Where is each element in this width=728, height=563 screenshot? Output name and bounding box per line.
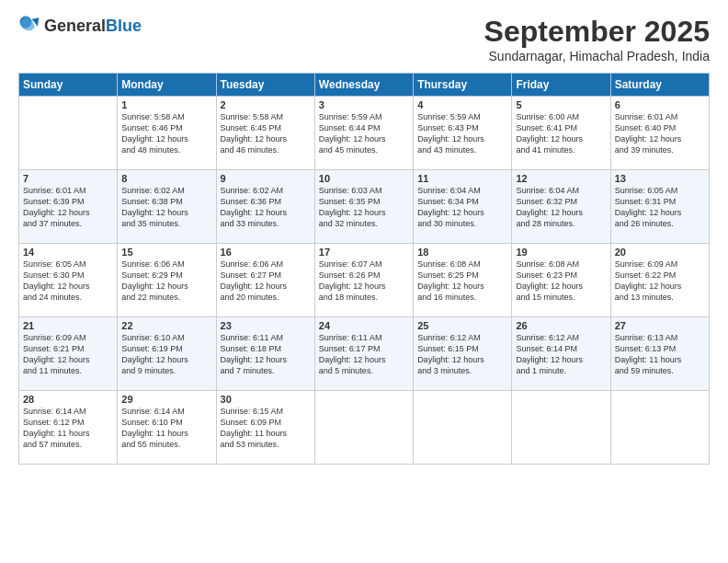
calendar-cell: 6Sunrise: 6:01 AM Sunset: 6:40 PM Daylig… [610, 97, 709, 170]
col-monday: Monday [118, 74, 216, 97]
day-info: Sunrise: 6:12 AM Sunset: 6:15 PM Dayligh… [417, 332, 507, 377]
day-number: 14 [23, 247, 113, 258]
day-number: 20 [615, 247, 705, 258]
location-subtitle: Sundarnagar, Himachal Pradesh, India [484, 49, 710, 63]
calendar-cell: 20Sunrise: 6:09 AM Sunset: 6:22 PM Dayli… [610, 244, 709, 317]
calendar-week-5: 28Sunrise: 6:14 AM Sunset: 6:12 PM Dayli… [19, 391, 710, 465]
day-number: 25 [417, 320, 507, 331]
day-number: 15 [121, 247, 211, 258]
title-area: September 2025 Sundarnagar, Himachal Pra… [484, 15, 710, 63]
month-title: September 2025 [484, 15, 710, 49]
day-number: 1 [121, 99, 211, 110]
calendar-cell [19, 97, 118, 170]
col-thursday: Thursday [414, 74, 512, 97]
day-number: 23 [221, 320, 311, 331]
day-info: Sunrise: 6:11 AM Sunset: 6:17 PM Dayligh… [319, 332, 409, 377]
calendar-cell: 28Sunrise: 6:14 AM Sunset: 6:12 PM Dayli… [19, 391, 118, 465]
logo-blue: Blue [106, 17, 142, 35]
col-sunday: Sunday [19, 74, 118, 97]
calendar-cell: 8Sunrise: 6:02 AM Sunset: 6:38 PM Daylig… [118, 170, 216, 244]
day-info: Sunrise: 5:58 AM Sunset: 6:45 PM Dayligh… [221, 111, 311, 156]
calendar-cell: 27Sunrise: 6:13 AM Sunset: 6:13 PM Dayli… [610, 317, 709, 391]
calendar-cell [414, 391, 512, 465]
calendar-cell [314, 391, 413, 465]
calendar-page: GeneralBlue September 2025 Sundarnagar, … [0, 0, 728, 563]
day-info: Sunrise: 6:05 AM Sunset: 6:31 PM Dayligh… [615, 185, 705, 230]
calendar-cell: 17Sunrise: 6:07 AM Sunset: 6:26 PM Dayli… [314, 244, 413, 317]
calendar-week-4: 21Sunrise: 6:09 AM Sunset: 6:21 PM Dayli… [19, 317, 710, 391]
day-number: 18 [417, 247, 507, 258]
logo-icon [18, 15, 40, 37]
day-number: 24 [319, 320, 409, 331]
day-info: Sunrise: 6:15 AM Sunset: 6:09 PM Dayligh… [221, 406, 311, 451]
day-info: Sunrise: 5:58 AM Sunset: 6:46 PM Dayligh… [121, 111, 211, 156]
day-info: Sunrise: 6:11 AM Sunset: 6:18 PM Dayligh… [221, 332, 311, 377]
day-number: 7 [23, 173, 113, 184]
calendar-cell: 30Sunrise: 6:15 AM Sunset: 6:09 PM Dayli… [216, 391, 314, 465]
calendar-cell [610, 391, 709, 465]
day-number: 22 [121, 320, 211, 331]
calendar-cell: 10Sunrise: 6:03 AM Sunset: 6:35 PM Dayli… [314, 170, 413, 244]
day-info: Sunrise: 6:01 AM Sunset: 6:39 PM Dayligh… [23, 185, 113, 230]
day-number: 9 [221, 173, 311, 184]
day-info: Sunrise: 6:08 AM Sunset: 6:25 PM Dayligh… [417, 259, 507, 304]
calendar-cell: 2Sunrise: 5:58 AM Sunset: 6:45 PM Daylig… [216, 97, 314, 170]
calendar-week-2: 7Sunrise: 6:01 AM Sunset: 6:39 PM Daylig… [19, 170, 710, 244]
day-info: Sunrise: 6:01 AM Sunset: 6:40 PM Dayligh… [615, 111, 705, 156]
day-number: 8 [121, 173, 211, 184]
logo: GeneralBlue [18, 15, 142, 37]
day-info: Sunrise: 6:05 AM Sunset: 6:30 PM Dayligh… [23, 259, 113, 304]
day-info: Sunrise: 6:06 AM Sunset: 6:27 PM Dayligh… [221, 259, 311, 304]
day-info: Sunrise: 6:02 AM Sunset: 6:36 PM Dayligh… [221, 185, 311, 230]
day-info: Sunrise: 6:00 AM Sunset: 6:41 PM Dayligh… [516, 111, 606, 156]
day-info: Sunrise: 6:02 AM Sunset: 6:38 PM Dayligh… [121, 185, 211, 230]
calendar-cell: 15Sunrise: 6:06 AM Sunset: 6:29 PM Dayli… [118, 244, 216, 317]
day-number: 13 [615, 173, 705, 184]
day-info: Sunrise: 6:04 AM Sunset: 6:32 PM Dayligh… [516, 185, 606, 230]
calendar-cell: 1Sunrise: 5:58 AM Sunset: 6:46 PM Daylig… [118, 97, 216, 170]
calendar-cell: 16Sunrise: 6:06 AM Sunset: 6:27 PM Dayli… [216, 244, 314, 317]
day-info: Sunrise: 6:12 AM Sunset: 6:14 PM Dayligh… [516, 332, 606, 377]
day-info: Sunrise: 6:14 AM Sunset: 6:10 PM Dayligh… [121, 406, 211, 451]
day-number: 27 [615, 320, 705, 331]
header-area: GeneralBlue September 2025 Sundarnagar, … [18, 15, 710, 63]
calendar-cell: 7Sunrise: 6:01 AM Sunset: 6:39 PM Daylig… [19, 170, 118, 244]
day-number: 4 [417, 99, 507, 110]
calendar-cell: 24Sunrise: 6:11 AM Sunset: 6:17 PM Dayli… [314, 317, 413, 391]
calendar-cell: 23Sunrise: 6:11 AM Sunset: 6:18 PM Dayli… [216, 317, 314, 391]
calendar-header: Sunday Monday Tuesday Wednesday Thursday… [19, 74, 710, 97]
day-number: 17 [319, 247, 409, 258]
calendar-cell: 29Sunrise: 6:14 AM Sunset: 6:10 PM Dayli… [118, 391, 216, 465]
day-info: Sunrise: 5:59 AM Sunset: 6:43 PM Dayligh… [417, 111, 507, 156]
day-info: Sunrise: 6:13 AM Sunset: 6:13 PM Dayligh… [615, 332, 705, 377]
calendar-cell: 11Sunrise: 6:04 AM Sunset: 6:34 PM Dayli… [414, 170, 512, 244]
day-info: Sunrise: 6:09 AM Sunset: 6:22 PM Dayligh… [615, 259, 705, 304]
col-wednesday: Wednesday [314, 74, 413, 97]
day-number: 3 [319, 99, 409, 110]
col-saturday: Saturday [610, 74, 709, 97]
day-number: 29 [121, 394, 211, 405]
calendar-cell: 13Sunrise: 6:05 AM Sunset: 6:31 PM Dayli… [610, 170, 709, 244]
calendar-table: Sunday Monday Tuesday Wednesday Thursday… [18, 73, 710, 465]
calendar-cell: 21Sunrise: 6:09 AM Sunset: 6:21 PM Dayli… [19, 317, 118, 391]
calendar-cell: 22Sunrise: 6:10 AM Sunset: 6:19 PM Dayli… [118, 317, 216, 391]
calendar-week-1: 1Sunrise: 5:58 AM Sunset: 6:46 PM Daylig… [19, 97, 710, 170]
calendar-cell [512, 391, 610, 465]
header-row: Sunday Monday Tuesday Wednesday Thursday… [19, 74, 710, 97]
calendar-week-3: 14Sunrise: 6:05 AM Sunset: 6:30 PM Dayli… [19, 244, 710, 317]
calendar-cell: 14Sunrise: 6:05 AM Sunset: 6:30 PM Dayli… [19, 244, 118, 317]
calendar-cell: 12Sunrise: 6:04 AM Sunset: 6:32 PM Dayli… [512, 170, 610, 244]
day-number: 19 [516, 247, 606, 258]
calendar-body: 1Sunrise: 5:58 AM Sunset: 6:46 PM Daylig… [19, 97, 710, 465]
logo-text: GeneralBlue [44, 17, 142, 36]
day-info: Sunrise: 6:03 AM Sunset: 6:35 PM Dayligh… [319, 185, 409, 230]
logo-general: General [44, 17, 106, 35]
day-number: 12 [516, 173, 606, 184]
day-number: 28 [23, 394, 113, 405]
col-tuesday: Tuesday [216, 74, 314, 97]
calendar-cell: 19Sunrise: 6:08 AM Sunset: 6:23 PM Dayli… [512, 244, 610, 317]
day-info: Sunrise: 6:14 AM Sunset: 6:12 PM Dayligh… [23, 406, 113, 451]
day-info: Sunrise: 5:59 AM Sunset: 6:44 PM Dayligh… [319, 111, 409, 156]
day-number: 2 [221, 99, 311, 110]
day-number: 30 [221, 394, 311, 405]
